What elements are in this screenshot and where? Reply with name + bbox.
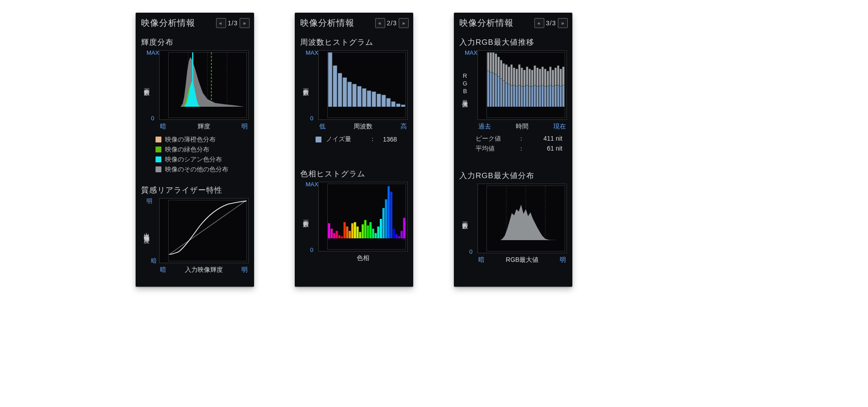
y-zero-label: 0 (310, 115, 313, 122)
legend-label: ピーク値 (476, 133, 512, 143)
freq-plot: MAX 画素数 0 低 周波数 高 (312, 50, 408, 133)
pager-next-button[interactable]: » (399, 18, 409, 28)
swatch-icon (156, 137, 161, 142)
pager-prev-button[interactable]: « (375, 18, 385, 28)
svg-rect-13 (362, 88, 366, 107)
x-left-label: 暗 (478, 256, 485, 264)
svg-rect-46 (390, 192, 392, 239)
pager-next-button[interactable]: » (558, 18, 568, 28)
svg-rect-22 (328, 223, 330, 239)
svg-rect-93 (539, 86, 541, 107)
svg-rect-30 (349, 231, 351, 239)
svg-rect-15 (372, 92, 376, 107)
plot-inner (486, 52, 565, 118)
legend-value: 411 nit (531, 133, 562, 143)
hue-plot: MAX 画素数 0 色相 (312, 182, 408, 264)
x-axis: 暗 入力映像輝度 明 (159, 264, 249, 276)
svg-rect-17 (382, 95, 386, 107)
svg-rect-59 (495, 74, 497, 107)
x-mid-label: 色相 (357, 254, 369, 262)
rgbtime-legend: ピーク値 ： 411 nit 平均値 ： 61 nit (459, 133, 567, 153)
section-title: 質感リアライザー特性 (141, 185, 249, 195)
svg-rect-81 (524, 86, 526, 107)
svg-rect-23 (330, 229, 333, 239)
svg-rect-105 (554, 85, 557, 107)
pager: « 1/3 » (216, 18, 250, 28)
pager-number: 3/3 (546, 19, 556, 27)
section-title: 入力RGB最大値推移 (459, 37, 567, 47)
plot-frame (159, 50, 249, 120)
svg-rect-77 (518, 85, 520, 107)
colon-icon: ： (369, 135, 376, 143)
noise-label: ノイズ量 (326, 135, 362, 143)
noise-amount-row: ノイズ量 ： 1368 (300, 133, 408, 145)
svg-rect-85 (528, 86, 531, 107)
svg-rect-35 (362, 224, 364, 238)
hue-svg (328, 184, 406, 238)
pager-prev-button[interactable]: « (534, 18, 544, 28)
swatch-icon (156, 156, 161, 162)
pager: « 3/3 » (534, 18, 568, 28)
x-right-label: 明 (560, 256, 566, 264)
svg-rect-75 (515, 86, 518, 107)
svg-rect-43 (382, 208, 385, 238)
x-left-label: 暗 (160, 266, 166, 274)
svg-rect-18 (387, 98, 391, 107)
svg-rect-65 (503, 81, 505, 107)
svg-rect-53 (487, 71, 489, 107)
svg-rect-34 (359, 232, 361, 238)
svg-rect-79 (521, 86, 523, 107)
pager-next-button[interactable]: » (240, 18, 250, 28)
svg-rect-9 (343, 77, 347, 107)
legend-label: 映像のシアン色分布 (165, 154, 222, 164)
plot-inner (327, 184, 406, 250)
plot-inner (327, 52, 406, 118)
analysis-panel-2: 映像分析情報 « 2/3 » 周波数ヒストグラム MAX 画素数 0 低 (295, 13, 413, 287)
plot-inner (168, 200, 247, 261)
svg-rect-91 (536, 86, 538, 107)
svg-rect-40 (375, 233, 377, 238)
tone-svg (169, 200, 246, 255)
x-right-label: 明 (241, 123, 248, 131)
svg-rect-73 (513, 85, 515, 107)
svg-rect-7 (333, 66, 337, 107)
pager-number: 2/3 (387, 19, 397, 27)
pager-prev-button[interactable]: « (216, 18, 226, 28)
x-axis: 暗 RGB最大値 明 (477, 254, 567, 266)
section-rgb-time: 入力RGB最大値推移 MAX RGB最大値 過去 時間 現在 ピ (454, 34, 572, 158)
svg-rect-25 (336, 231, 338, 239)
svg-rect-39 (372, 229, 374, 239)
rgbdist-svg (487, 186, 565, 240)
pager: « 2/3 » (375, 18, 409, 28)
section-title: 輝度分布 (141, 37, 249, 47)
x-left-label: 低 (319, 123, 326, 131)
svg-rect-101 (549, 85, 552, 107)
plot-inner (486, 185, 565, 251)
x-mid-label: RGB最大値 (506, 256, 538, 264)
svg-rect-71 (510, 85, 513, 107)
svg-rect-8 (338, 73, 342, 107)
svg-rect-26 (338, 235, 340, 238)
svg-rect-87 (531, 86, 533, 107)
legend-item: 映像の薄橙色分布 (156, 134, 247, 144)
pager-number: 1/3 (228, 19, 238, 27)
y-zero-label: 0 (469, 248, 472, 255)
svg-rect-28 (344, 222, 346, 238)
x-right-label: 明 (241, 266, 248, 274)
svg-rect-51 (403, 218, 406, 239)
svg-rect-20 (396, 104, 400, 107)
svg-line-5 (169, 200, 246, 255)
svg-rect-42 (380, 219, 382, 238)
svg-rect-24 (333, 233, 335, 238)
plot-inner (168, 52, 247, 118)
svg-rect-10 (348, 82, 352, 107)
plot-frame (318, 50, 408, 120)
panel-header: 映像分析情報 « 2/3 » (295, 13, 413, 34)
legend-value: 61 nit (531, 143, 562, 153)
legend-item: 映像の緑色分布 (156, 144, 247, 154)
x-axis: 暗 輝度 明 (159, 121, 249, 133)
y-axis-label: 画素数 (300, 182, 311, 251)
luminance-svg (169, 52, 246, 107)
svg-rect-61 (497, 76, 500, 107)
svg-rect-31 (351, 223, 354, 239)
